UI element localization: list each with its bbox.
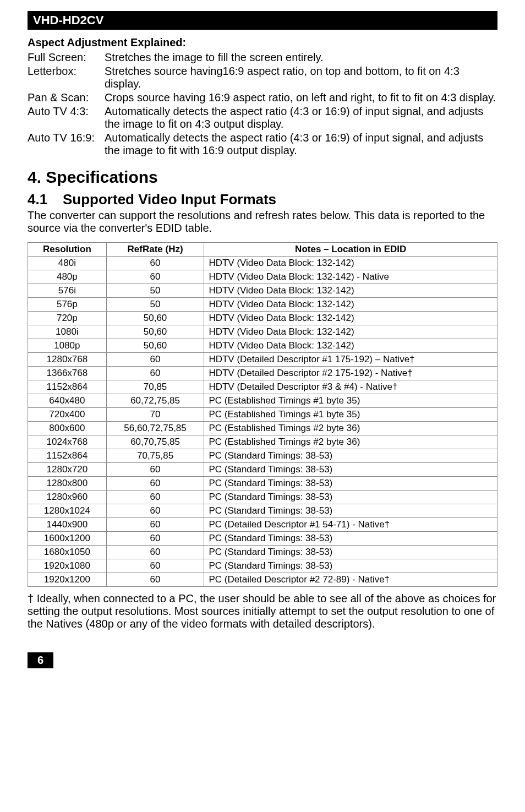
- page-number: 6: [28, 652, 53, 668]
- col-refrate: RefRate (Hz): [106, 243, 204, 257]
- cell-notes: PC (Established Timings #1 byte 35): [204, 408, 497, 422]
- cell-refrate: 50: [106, 298, 204, 312]
- cell-resolution: 480i: [28, 257, 107, 270]
- cell-notes: HDTV (Video Data Block: 132-142): [204, 284, 497, 298]
- table-row: 1080p50,60HDTV (Video Data Block: 132-14…: [28, 339, 497, 353]
- aspect-label: Full Screen:: [28, 51, 105, 64]
- table-row: 1152x86470,75,85PC (Standard Timings: 38…: [28, 449, 497, 463]
- cell-refrate: 60: [106, 559, 204, 573]
- cell-notes: PC (Established Timings #2 byte 36): [204, 422, 497, 435]
- cell-refrate: 60: [106, 270, 204, 284]
- subsection-intro: The converter can support the resolution…: [28, 209, 497, 235]
- cell-resolution: 1280x800: [28, 477, 107, 491]
- aspect-label: Pan & Scan:: [28, 91, 105, 104]
- cell-refrate: 60,72,75,85: [106, 394, 204, 408]
- cell-refrate: 60: [106, 353, 204, 367]
- table-row: 576p50HDTV (Video Data Block: 132-142): [28, 298, 497, 312]
- cell-refrate: 50: [106, 284, 204, 298]
- cell-refrate: 50,60: [106, 312, 204, 325]
- aspect-desc: Automatically detects the aspect ratio (…: [105, 105, 497, 130]
- table-row: 1680x105060PC (Standard Timings: 38-53): [28, 546, 497, 559]
- cell-notes: PC (Standard Timings: 38-53): [204, 477, 497, 491]
- table-row: 800x60056,60,72,75,85PC (Established Tim…: [28, 422, 497, 435]
- cell-refrate: 60: [106, 546, 204, 559]
- cell-notes: PC (Standard Timings: 38-53): [204, 463, 497, 477]
- aspect-item: Pan & Scan: Crops source having 16:9 asp…: [28, 91, 497, 104]
- cell-refrate: 70,75,85: [106, 449, 204, 463]
- table-row: 1920x120060PC (Detailed Descriptor #2 72…: [28, 573, 497, 587]
- aspect-desc: Automatically detects the aspect ratio (…: [105, 132, 497, 157]
- cell-resolution: 1080i: [28, 325, 107, 339]
- table-row: 720p50,60HDTV (Video Data Block: 132-142…: [28, 312, 497, 325]
- aspect-desc: Stretches source having16:9 aspect ratio…: [105, 65, 497, 90]
- subsection-header: 4.1 Supported Video Input Formats: [28, 191, 497, 208]
- table-row: 1280x102460PC (Standard Timings: 38-53): [28, 504, 497, 518]
- cell-refrate: 50,60: [106, 339, 204, 353]
- cell-notes: PC (Standard Timings: 38-53): [204, 491, 497, 504]
- cell-notes: PC (Established Timings #1 byte 35): [204, 394, 497, 408]
- cell-resolution: 1366x768: [28, 367, 107, 380]
- cell-notes: HDTV (Video Data Block: 132-142): [204, 339, 497, 353]
- cell-notes: PC (Standard Timings: 38-53): [204, 559, 497, 573]
- cell-notes: PC (Established Timings #2 byte 36): [204, 435, 497, 449]
- cell-refrate: 60: [106, 518, 204, 532]
- aspect-label: Letterbox:: [28, 65, 105, 90]
- cell-resolution: 720x400: [28, 408, 107, 422]
- footnote: † Ideally, when connected to a PC, the u…: [28, 592, 497, 630]
- cell-notes: PC (Standard Timings: 38-53): [204, 449, 497, 463]
- cell-notes: HDTV (Video Data Block: 132-142): [204, 312, 497, 325]
- aspect-item: Letterbox: Stretches source having16:9 a…: [28, 65, 497, 90]
- cell-notes: HDTV (Video Data Block: 132-142): [204, 298, 497, 312]
- cell-resolution: 1152x864: [28, 380, 107, 394]
- cell-notes: PC (Standard Timings: 38-53): [204, 532, 497, 546]
- aspect-label: Auto TV 4:3:: [28, 105, 105, 130]
- cell-resolution: 720p: [28, 312, 107, 325]
- cell-notes: PC (Detailed Descriptor #1 54-71) - Nati…: [204, 518, 497, 532]
- table-row: 640x48060,72,75,85PC (Established Timing…: [28, 394, 497, 408]
- cell-refrate: 60: [106, 463, 204, 477]
- cell-refrate: 60: [106, 573, 204, 587]
- col-notes: Notes – Location in EDID: [204, 243, 497, 257]
- cell-resolution: 480p: [28, 270, 107, 284]
- cell-notes: HDTV (Detailed Descriptor #1 175-192) – …: [204, 353, 497, 367]
- cell-resolution: 1920x1200: [28, 573, 107, 587]
- table-row: 1080i50,60HDTV (Video Data Block: 132-14…: [28, 325, 497, 339]
- cell-resolution: 800x600: [28, 422, 107, 435]
- product-header: VHD-HD2CV: [28, 11, 497, 30]
- aspect-heading: Aspect Adjustment Explained:: [28, 36, 497, 49]
- subsection-number: 4.1: [28, 191, 63, 208]
- aspect-desc: Stretches the image to fill the screen e…: [105, 51, 497, 64]
- cell-resolution: 1152x864: [28, 449, 107, 463]
- product-title: VHD-HD2CV: [33, 13, 103, 27]
- cell-resolution: 1600x1200: [28, 532, 107, 546]
- table-row: 480i60HDTV (Video Data Block: 132-142): [28, 257, 497, 270]
- cell-refrate: 60: [106, 491, 204, 504]
- aspect-list: Full Screen: Stretches the image to fill…: [28, 51, 497, 157]
- table-row: 1280x76860HDTV (Detailed Descriptor #1 1…: [28, 353, 497, 367]
- section-title: 4. Specifications: [28, 168, 497, 187]
- cell-resolution: 1440x900: [28, 518, 107, 532]
- cell-resolution: 1920x1080: [28, 559, 107, 573]
- cell-resolution: 640x480: [28, 394, 107, 408]
- cell-resolution: 1280x1024: [28, 504, 107, 518]
- table-row: 1280x72060PC (Standard Timings: 38-53): [28, 463, 497, 477]
- cell-resolution: 1080p: [28, 339, 107, 353]
- cell-resolution: 1280x960: [28, 491, 107, 504]
- table-row: 1152x86470,85HDTV (Detailed Descriptor #…: [28, 380, 497, 394]
- cell-refrate: 70: [106, 408, 204, 422]
- cell-notes: PC (Detailed Descriptor #2 72-89) - Nati…: [204, 573, 497, 587]
- cell-notes: HDTV (Video Data Block: 132-142): [204, 325, 497, 339]
- cell-refrate: 70,85: [106, 380, 204, 394]
- cell-resolution: 1280x768: [28, 353, 107, 367]
- cell-refrate: 60,70,75,85: [106, 435, 204, 449]
- table-row: 1280x96060PC (Standard Timings: 38-53): [28, 491, 497, 504]
- cell-notes: HDTV (Detailed Descriptor #2 175-192) - …: [204, 367, 497, 380]
- cell-refrate: 60: [106, 477, 204, 491]
- cell-notes: PC (Standard Timings: 38-53): [204, 546, 497, 559]
- aspect-item: Full Screen: Stretches the image to fill…: [28, 51, 497, 64]
- cell-resolution: 1680x1050: [28, 546, 107, 559]
- table-row: 1280x80060PC (Standard Timings: 38-53): [28, 477, 497, 491]
- cell-refrate: 60: [106, 257, 204, 270]
- video-formats-table: Resolution RefRate (Hz) Notes – Location…: [28, 242, 497, 587]
- table-row: 1920x108060PC (Standard Timings: 38-53): [28, 559, 497, 573]
